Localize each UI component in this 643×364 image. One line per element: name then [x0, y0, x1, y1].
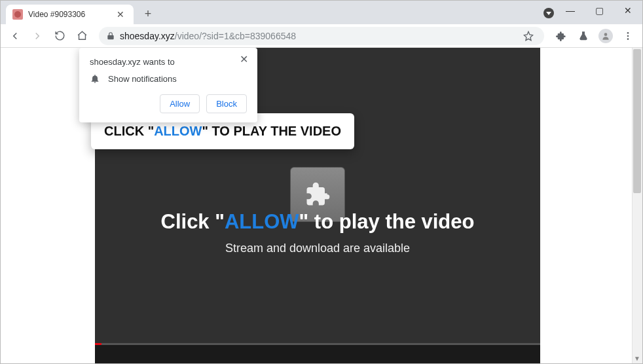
permission-title: shoesday.xyz wants to	[90, 57, 247, 67]
callout-allow-word: ALLOW	[154, 124, 202, 138]
vertical-scrollbar[interactable]: ▲ ▼	[632, 48, 642, 363]
extensions-button[interactable]	[552, 27, 570, 45]
avatar-icon	[598, 29, 613, 43]
svg-point-4	[627, 38, 629, 40]
page-content: Click "ALLOW" to play the video Stream a…	[1, 48, 642, 363]
page-headline: Click "ALLOW" to play the video	[95, 210, 540, 234]
forward-button[interactable]	[28, 27, 46, 45]
home-button[interactable]	[73, 27, 91, 45]
scroll-thumb[interactable]	[633, 49, 641, 193]
menu-button[interactable]	[619, 27, 637, 45]
browser-toolbar: shoesday.xyz/video/?sid=1&cb=839066548	[1, 24, 642, 48]
permission-actions: Allow Block	[90, 94, 247, 113]
url-path: /video/?sid=1&cb=839066548	[175, 31, 296, 41]
url-domain: shoesday.xyz	[120, 31, 175, 41]
permission-block-button[interactable]: Block	[206, 94, 247, 113]
window-close-button[interactable]: ✕	[614, 1, 642, 20]
permission-allow-button[interactable]: Allow	[160, 94, 200, 113]
permission-item-label: Show notifications	[108, 74, 177, 84]
window-maximize-button[interactable]: ▢	[585, 1, 614, 20]
svg-point-2	[627, 32, 629, 34]
svg-point-3	[627, 35, 629, 37]
callout-pre: CLICK "	[104, 124, 154, 138]
window-minimize-button[interactable]: —	[556, 1, 585, 20]
reload-button[interactable]	[50, 27, 69, 45]
tab-favicon	[12, 9, 23, 20]
window-titlebar: Video #9093306 ✕ + — ▢ ✕	[1, 1, 642, 24]
svg-point-1	[604, 33, 608, 36]
page-subline: Stream and download are available	[95, 242, 540, 255]
window-controls: — ▢ ✕	[556, 1, 642, 20]
headline-pre: Click "	[161, 210, 225, 233]
scroll-down-arrow[interactable]: ▼	[632, 353, 642, 363]
address-bar[interactable]: shoesday.xyz/video/?sid=1&cb=839066548	[99, 27, 544, 45]
permission-close-button[interactable]: ✕	[236, 52, 252, 67]
permission-item-row: Show notifications	[90, 73, 247, 84]
headline-post: " to play the video	[299, 210, 475, 233]
notification-permission-prompt: ✕ shoesday.xyz wants to Show notificatio…	[79, 48, 257, 122]
callout-post: " TO PLAY THE VIDEO	[202, 124, 341, 138]
bell-icon	[90, 73, 100, 84]
new-tab-button[interactable]: +	[139, 5, 157, 23]
back-button[interactable]	[6, 27, 24, 45]
url-text: shoesday.xyz/video/?sid=1&cb=839066548	[120, 31, 296, 41]
tab-close-button[interactable]: ✕	[114, 9, 127, 20]
tab-search-button[interactable]	[543, 8, 554, 18]
headline-allow-word: ALLOW	[225, 210, 299, 233]
labs-button[interactable]	[574, 27, 593, 45]
video-controls-bar[interactable]	[95, 345, 540, 363]
tab-title: Video #9093306	[28, 10, 114, 19]
bookmark-star-icon[interactable]	[519, 27, 538, 45]
lock-icon	[105, 31, 116, 41]
browser-tab[interactable]: Video #9093306 ✕	[6, 5, 134, 24]
svg-point-0	[14, 11, 21, 18]
profile-button[interactable]	[597, 27, 615, 45]
